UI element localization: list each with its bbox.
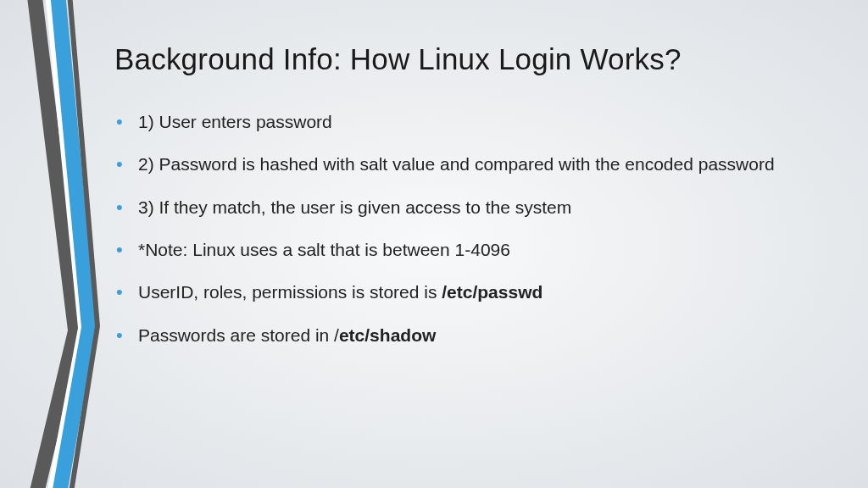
slide-content: Background Info: How Linux Login Works? …	[114, 42, 834, 366]
list-item: Passwords are stored in /etc/shadow	[114, 324, 834, 347]
svg-marker-0	[25, 0, 83, 488]
list-item: 1) User enters password	[114, 110, 834, 134]
list-item: 3) If they match, the user is given acce…	[114, 196, 834, 219]
svg-marker-2	[49, 0, 97, 488]
list-item: 2) Password is hashed with salt value an…	[114, 152, 834, 176]
slide-title: Background Info: How Linux Login Works?	[114, 42, 834, 76]
decorative-chevron	[0, 0, 102, 488]
svg-marker-3	[66, 0, 100, 488]
svg-marker-1	[44, 0, 95, 488]
list-item: *Note: Linux uses a salt that is between…	[114, 238, 834, 262]
list-item: UserID, roles, permissions is stored is …	[114, 280, 834, 304]
bullet-list: 1) User enters password2) Password is ha…	[114, 110, 834, 347]
